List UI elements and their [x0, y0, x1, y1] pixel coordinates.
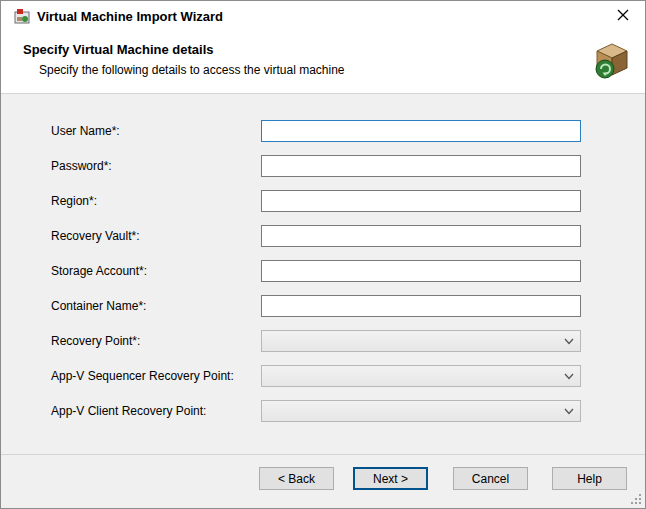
container-name-input[interactable] [261, 295, 581, 317]
storage-account-input[interactable] [261, 260, 581, 282]
form-row-password: Password*: [51, 155, 581, 177]
region-input[interactable] [261, 190, 581, 212]
next-button[interactable]: Next > [353, 467, 428, 490]
form-row-appv-sequencer-recovery-point: App-V Sequencer Recovery Point: [51, 365, 581, 387]
app-icon [14, 9, 30, 25]
field-label: User Name*: [51, 124, 261, 138]
form-row-recovery-point: Recovery Point*: [51, 330, 581, 352]
page-subtitle: Specify the following details to access … [39, 63, 625, 77]
chevron-down-icon [564, 338, 574, 345]
form-row-appv-client-recovery-point: App-V Client Recovery Point: [51, 400, 581, 422]
field-label: Recovery Vault*: [51, 229, 261, 243]
form-row-container-name: Container Name*: [51, 295, 581, 317]
username-input[interactable] [261, 120, 581, 142]
back-button[interactable]: < Back [259, 467, 334, 490]
cancel-button[interactable]: Cancel [453, 467, 528, 490]
chevron-down-icon [564, 373, 574, 380]
window-title: Virtual Machine Import Wizard [37, 9, 223, 24]
form-area: User Name*: Password*: Region*: Recovery… [1, 94, 645, 454]
field-label: Container Name*: [51, 299, 261, 313]
password-input[interactable] [261, 155, 581, 177]
titlebar: Virtual Machine Import Wizard [1, 1, 645, 32]
form-row-region: Region*: [51, 190, 581, 212]
field-label: Recovery Point*: [51, 334, 261, 348]
virtual-machine-import-wizard-dialog: Virtual Machine Import Wizard Specify Vi… [0, 0, 646, 509]
wizard-package-icon [591, 42, 631, 82]
chevron-down-icon [564, 408, 574, 415]
recovery-vault-input[interactable] [261, 225, 581, 247]
appv-client-recovery-point-select[interactable] [261, 400, 581, 422]
close-button[interactable] [600, 1, 645, 32]
wizard-header: Specify Virtual Machine details Specify … [1, 32, 645, 94]
recovery-point-select[interactable] [261, 330, 581, 352]
appv-sequencer-recovery-point-select[interactable] [261, 365, 581, 387]
page-title: Specify Virtual Machine details [23, 42, 625, 57]
resize-grip[interactable] [629, 492, 642, 505]
form-row-recovery-vault: Recovery Vault*: [51, 225, 581, 247]
help-button[interactable]: Help [552, 467, 627, 490]
close-icon [617, 9, 629, 24]
footer-button-bar: < Back Next > Cancel Help [1, 454, 645, 508]
field-label: App-V Client Recovery Point: [51, 404, 261, 418]
field-label: Region*: [51, 194, 261, 208]
field-label: Password*: [51, 159, 261, 173]
field-label: App-V Sequencer Recovery Point: [51, 369, 261, 383]
field-label: Storage Account*: [51, 264, 261, 278]
form-row-storage-account: Storage Account*: [51, 260, 581, 282]
form-row-user-name: User Name*: [51, 120, 581, 142]
